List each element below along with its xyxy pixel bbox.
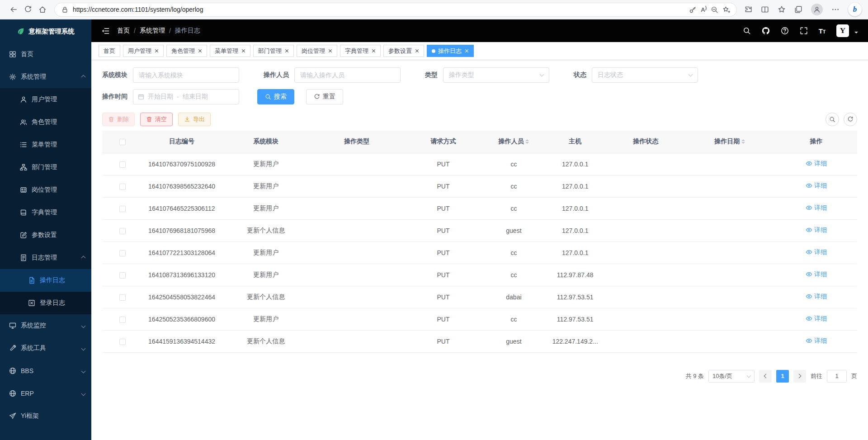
- read-aloud-icon[interactable]: A): [701, 5, 707, 13]
- sidebar-item-login-log[interactable]: 登录日志: [0, 292, 91, 314]
- sidebar-item-role-management[interactable]: 角色管理: [0, 111, 91, 133]
- sidebar-collapse-button[interactable]: [101, 27, 110, 35]
- bing-icon[interactable]: b: [848, 3, 862, 16]
- export-button[interactable]: 导出: [178, 113, 211, 126]
- tab[interactable]: 岗位管理: [297, 45, 337, 57]
- user-avatar[interactable]: Y: [836, 24, 849, 37]
- sidebar-item-log-management[interactable]: 日志管理: [0, 246, 91, 269]
- column-header[interactable]: 操作人员: [484, 131, 543, 153]
- tab[interactable]: 用户管理: [123, 45, 164, 57]
- tab-close-icon[interactable]: [285, 49, 289, 53]
- tab-close-icon[interactable]: [372, 49, 376, 53]
- sidebar-item-oper-log[interactable]: 操作日志: [0, 269, 91, 292]
- split-screen-icon[interactable]: [761, 5, 769, 14]
- tab[interactable]: 参数设置: [383, 45, 424, 57]
- reset-button[interactable]: 重置: [306, 89, 343, 104]
- sidebar-item-menu-management[interactable]: 菜单管理: [0, 133, 91, 156]
- page-size-select[interactable]: 10条/页: [708, 370, 755, 383]
- row-checkbox[interactable]: [119, 161, 126, 168]
- row-checkbox[interactable]: [119, 228, 126, 234]
- sidebar-item-post-management[interactable]: 岗位管理: [0, 179, 91, 201]
- sort-caret-icon[interactable]: [525, 137, 529, 146]
- zoom-out-icon[interactable]: [711, 6, 718, 14]
- tab[interactable]: 角色管理: [166, 45, 207, 57]
- row-checkbox[interactable]: [119, 250, 126, 256]
- font-size-icon[interactable]: TT: [819, 27, 826, 35]
- column-header[interactable]: 操作日期: [684, 131, 775, 153]
- page-number-button[interactable]: 1: [776, 370, 789, 383]
- cell-operator: cc: [484, 197, 543, 219]
- sidebar-item-param-settings[interactable]: 参数设置: [0, 224, 91, 246]
- user-menu-caret-icon[interactable]: [854, 32, 858, 35]
- row-checkbox[interactable]: [119, 317, 126, 323]
- date-range-picker[interactable]: 开始日期 - 结束日期: [133, 89, 239, 104]
- sidebar-item-erp[interactable]: ERP: [0, 382, 91, 405]
- operator-input[interactable]: [294, 67, 401, 83]
- tab-close-icon[interactable]: [328, 49, 332, 53]
- breadcrumb-system[interactable]: 系统管理: [140, 27, 165, 35]
- detail-link[interactable]: 详细: [806, 337, 827, 345]
- extensions-icon[interactable]: [744, 5, 752, 14]
- tab[interactable]: 部门管理: [253, 45, 294, 57]
- address-bar[interactable]: https://ccnetcore.com:1101/system/log/op…: [54, 3, 737, 17]
- tab[interactable]: 菜单管理: [210, 45, 250, 57]
- module-input[interactable]: [133, 67, 239, 83]
- row-checkbox[interactable]: [119, 184, 126, 190]
- tab-close-icon[interactable]: [198, 49, 202, 53]
- row-checkbox[interactable]: [119, 339, 126, 345]
- sidebar-item-user-management[interactable]: 用户管理: [0, 88, 91, 111]
- add-favorite-icon[interactable]: [722, 6, 730, 14]
- type-select[interactable]: 操作类型: [443, 67, 549, 83]
- detail-link[interactable]: 详细: [806, 204, 827, 212]
- fullscreen-icon[interactable]: [800, 27, 808, 35]
- search-button[interactable]: 搜索: [257, 89, 294, 104]
- detail-link[interactable]: 详细: [806, 226, 827, 234]
- sidebar-item-dict-management[interactable]: 字典管理: [0, 201, 91, 224]
- goto-page-input[interactable]: [827, 370, 847, 383]
- password-key-icon[interactable]: [689, 6, 697, 14]
- sidebar-item-dept-management[interactable]: 部门管理: [0, 156, 91, 179]
- sidebar-item-system-tools[interactable]: 系统工具: [0, 337, 91, 360]
- refresh-table-button[interactable]: [844, 113, 857, 126]
- favorites-icon[interactable]: [778, 5, 786, 14]
- detail-link[interactable]: 详细: [806, 270, 827, 279]
- browser-profile-avatar[interactable]: [811, 4, 823, 15]
- sidebar-item-home[interactable]: 首页: [0, 43, 91, 66]
- next-page-button[interactable]: [793, 370, 806, 383]
- tab-close-icon[interactable]: [465, 49, 469, 53]
- detail-link[interactable]: 详细: [806, 293, 827, 301]
- help-icon[interactable]: [781, 27, 789, 35]
- row-checkbox[interactable]: [119, 294, 126, 301]
- select-all-checkbox[interactable]: [119, 139, 126, 145]
- detail-link[interactable]: 详细: [806, 248, 827, 256]
- detail-link[interactable]: 详细: [806, 160, 827, 168]
- sidebar-item-yi-framework[interactable]: Yi框架: [0, 405, 91, 427]
- browser-more-icon[interactable]: [831, 5, 840, 14]
- detail-link[interactable]: 详细: [806, 315, 827, 323]
- github-icon[interactable]: [762, 27, 770, 35]
- browser-home-button[interactable]: [35, 2, 50, 17]
- sidebar-item-system-management[interactable]: 系统管理: [0, 66, 91, 88]
- browser-back-button[interactable]: [6, 2, 21, 17]
- tab[interactable]: 字典管理: [340, 45, 381, 57]
- prev-page-button[interactable]: [759, 370, 772, 383]
- collections-icon[interactable]: [794, 5, 802, 14]
- detail-link[interactable]: 详细: [806, 182, 827, 190]
- status-select[interactable]: 日志状态: [592, 67, 698, 83]
- tab-close-icon[interactable]: [415, 49, 419, 53]
- sidebar-item-bbs[interactable]: BBS: [0, 360, 91, 382]
- tab-close-icon[interactable]: [155, 49, 159, 53]
- row-checkbox[interactable]: [119, 206, 126, 212]
- sort-caret-icon[interactable]: [741, 137, 745, 146]
- tab-close-icon[interactable]: [241, 49, 245, 53]
- browser-refresh-button[interactable]: [21, 2, 35, 17]
- clear-button[interactable]: 清空: [140, 113, 173, 126]
- breadcrumb-home[interactable]: 首页: [117, 27, 130, 35]
- toggle-search-button[interactable]: [826, 113, 839, 126]
- row-checkbox[interactable]: [119, 272, 126, 279]
- tab[interactable]: 操作日志: [427, 45, 474, 57]
- header-search-icon[interactable]: [743, 27, 751, 35]
- sidebar-item-system-monitor[interactable]: 系统监控: [0, 314, 91, 337]
- tab[interactable]: 首页: [99, 45, 120, 57]
- delete-button[interactable]: 删除: [102, 113, 135, 126]
